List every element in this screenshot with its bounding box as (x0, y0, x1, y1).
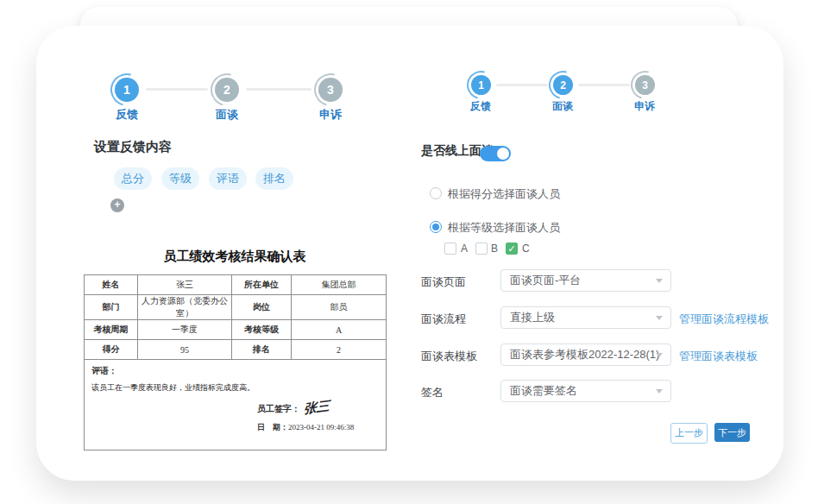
toggle-knob-icon (497, 148, 509, 160)
interview-flow-select[interactable]: 直接上级 (500, 306, 671, 329)
interview-page-label: 面谈页面 (421, 274, 466, 290)
cell-period-label: 考核周期 (85, 320, 138, 340)
chevron-down-icon (656, 389, 663, 394)
table-row: 评语： 该员工在一季度表现良好，业绩指标完成度高。 员工签字：张三 日 期：20… (85, 360, 387, 450)
interview-form-template-select[interactable]: 面谈表参考模板2022-12-28(1) (500, 343, 671, 366)
cell-unit-value: 集团总部 (292, 275, 387, 295)
date-row: 日 期：2023-04-21 09:46:38 (257, 422, 354, 433)
radio-by-score-label[interactable]: 根据得分选择面谈人员 (448, 186, 560, 202)
signature-select[interactable]: 面谈需要签名 (500, 380, 671, 402)
cell-post-label: 岗位 (232, 295, 292, 320)
signature-row: 员工签字：张三 (257, 400, 330, 416)
manage-flow-template-link[interactable]: 管理面谈流程模板 (679, 312, 769, 327)
right-step-1[interactable]: 1 (471, 75, 491, 95)
chevron-down-icon (656, 353, 663, 357)
left-step-2-num: 2 (223, 83, 230, 97)
signature-image: 张三 (304, 398, 330, 418)
left-step-2-label[interactable]: 面谈 (201, 107, 253, 123)
right-step-2-label[interactable]: 面谈 (537, 99, 588, 114)
comment-cell: 评语： 该员工在一季度表现良好，业绩指标完成度高。 员工签字：张三 日 期：20… (85, 360, 387, 450)
chevron-down-icon (656, 316, 663, 320)
prev-step-button[interactable]: 上一步 (670, 423, 708, 444)
interview-flow-value: 直接上级 (510, 311, 555, 324)
right-step-3[interactable]: 3 (635, 75, 655, 95)
left-step-1-num: 1 (123, 83, 130, 97)
left-connector-1 (146, 88, 208, 91)
left-step-3-num: 3 (327, 83, 334, 97)
cell-rank-value: 2 (292, 340, 387, 360)
interview-form-template-value: 面谈表参考模板2022-12-28(1) (510, 348, 659, 361)
cell-grade-value: A (292, 320, 387, 340)
signature-field-label: 签名 (421, 385, 444, 400)
interview-page-select[interactable]: 面谈页面-平台 (500, 269, 671, 292)
left-step-3[interactable]: 3 (318, 78, 343, 102)
left-step-3-label[interactable]: 申诉 (305, 107, 356, 123)
cell-period-value: 一季度 (138, 320, 232, 340)
cell-name-label: 姓名 (85, 275, 138, 295)
table-row: 部门 人力资源部（党委办公室） 岗位 部员 (85, 295, 387, 320)
tag-ranking[interactable]: 排名 (255, 167, 293, 190)
interview-page-value: 面谈页面-平台 (510, 274, 581, 287)
right-connector-1 (496, 84, 548, 86)
left-step-1[interactable]: 1 (115, 78, 139, 102)
right-step-3-num: 3 (642, 79, 648, 91)
tag-grade[interactable]: 等级 (161, 167, 199, 190)
signature-select-value: 面谈需要签名 (510, 384, 577, 397)
table-row: 姓名 张三 所在单位 集团总部 (85, 275, 387, 295)
tag-comment[interactable]: 评语 (209, 167, 247, 190)
add-feedback-item-button[interactable]: + (110, 198, 124, 212)
cell-unit-label: 所在单位 (232, 275, 292, 295)
right-step-1-num: 1 (478, 79, 484, 91)
checkbox-grade-b-label[interactable]: B (491, 243, 498, 255)
left-step-1-label[interactable]: 反馈 (101, 107, 153, 123)
signature-label: 员工签字： (257, 404, 300, 413)
date-value: 2023-04-21 09:46:38 (288, 423, 354, 432)
check-icon: ✓ (507, 243, 515, 254)
comment-text: 该员工在一季度表现良好，业绩指标完成度高。 (91, 382, 379, 394)
right-connector-2 (578, 84, 630, 86)
online-interview-toggle[interactable] (480, 146, 511, 161)
checkbox-grade-c[interactable]: ✓ (506, 243, 518, 255)
next-step-button[interactable]: 下一步 (714, 423, 750, 442)
table-row: 考核周期 一季度 考核等级 A (85, 320, 387, 340)
right-step-2-num: 2 (560, 79, 566, 91)
radio-by-grade-label[interactable]: 根据等级选择面谈人员 (448, 220, 560, 236)
left-step-2[interactable]: 2 (215, 78, 239, 102)
right-step-2[interactable]: 2 (553, 75, 573, 95)
checkbox-grade-a-label[interactable]: A (461, 243, 468, 255)
chevron-down-icon (656, 279, 663, 283)
set-feedback-heading: 设置反馈内容 (94, 139, 172, 155)
checkbox-grade-b[interactable] (475, 243, 488, 255)
page: 1 2 3 反馈 面谈 申诉 设置反馈内容 总分 等级 评语 排名 + 员工绩效… (0, 0, 818, 504)
cell-name-value: 张三 (138, 275, 232, 295)
manage-form-template-link[interactable]: 管理面谈表模板 (679, 349, 758, 364)
radio-by-grade[interactable] (430, 221, 442, 233)
tag-total-score[interactable]: 总分 (114, 167, 152, 190)
plus-icon: + (114, 198, 120, 211)
cell-score-value: 95 (138, 340, 232, 360)
confirmation-form-title: 员工绩效考核结果确认表 (84, 249, 386, 265)
interview-flow-label: 面谈流程 (421, 312, 466, 327)
cell-score-label: 得分 (85, 340, 138, 360)
interview-form-template-label: 面谈表模板 (421, 349, 477, 364)
cell-rank-label: 排名 (232, 340, 292, 360)
cell-post-value: 部员 (292, 295, 387, 320)
cell-dept-label: 部门 (85, 295, 138, 320)
table-row: 得分 95 排名 2 (85, 340, 387, 360)
left-connector-2 (246, 88, 311, 91)
confirmation-form-table: 姓名 张三 所在单位 集团总部 部门 人力资源部（党委办公室） 岗位 部员 考核… (84, 274, 387, 450)
cell-dept-value: 人力资源部（党委办公室） (138, 295, 232, 320)
checkbox-grade-c-label[interactable]: C (522, 243, 530, 255)
checkbox-grade-a[interactable] (444, 243, 456, 255)
radio-by-score[interactable] (430, 187, 442, 199)
right-step-3-label[interactable]: 申诉 (619, 99, 670, 114)
right-step-1-label[interactable]: 反馈 (455, 99, 507, 114)
comment-label: 评语： (91, 365, 379, 377)
content-layer: 1 2 3 反馈 面谈 申诉 设置反馈内容 总分 等级 评语 排名 + 员工绩效… (0, 0, 818, 504)
date-label: 日 期： (257, 423, 288, 432)
cell-grade-label: 考核等级 (232, 320, 292, 340)
